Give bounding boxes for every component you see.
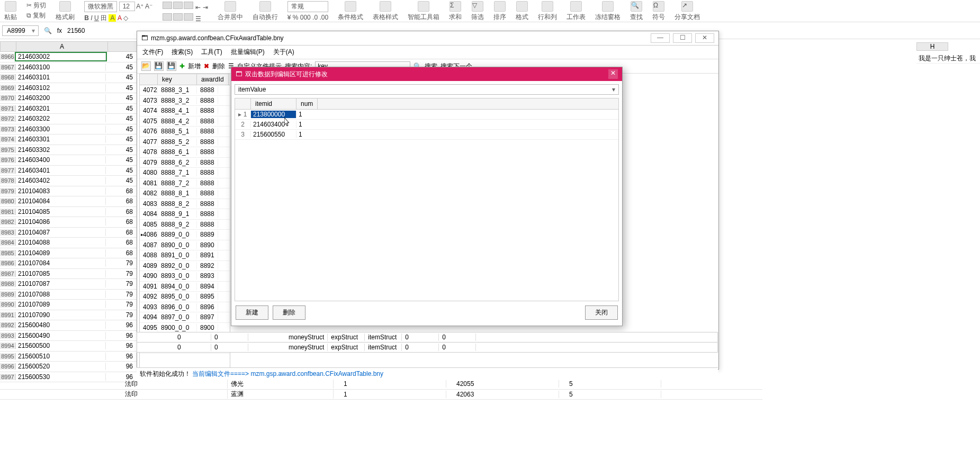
footer-sheet[interactable]: 法印佛光1420555法印蓝渊1420635 — [0, 379, 762, 400]
font-name-select[interactable]: 微软雅黑 — [84, 1, 117, 12]
sheet-row[interactable]: 897121460320145 — [0, 104, 138, 114]
cond-format[interactable]: 条件格式 — [338, 1, 363, 22]
sheet-row[interactable]: 897321460330045 — [0, 124, 138, 135]
grid-row[interactable]: 40858888_9_28888 — [140, 220, 230, 230]
font-size-select[interactable]: 12 — [119, 2, 135, 11]
col-header-a[interactable]: A — [16, 42, 108, 51]
sheet-row[interactable]: 899121010709079 — [0, 310, 138, 321]
sheet-row[interactable]: 896821460310145 — [0, 73, 138, 83]
grid-row[interactable]: 40788888_6_18888 — [140, 147, 230, 158]
foot-row[interactable]: 法印佛光1420555 — [0, 379, 762, 390]
foot-row[interactable]: 法印蓝渊1420635 — [0, 390, 762, 400]
sheet-row[interactable]: 897821460340245 — [0, 176, 138, 186]
grid-row[interactable]: 40808888_7_18888 — [140, 168, 230, 178]
grid-row[interactable]: 40828888_8_18888 — [140, 188, 230, 199]
struct-grid[interactable]: 00moneyStructexpStructitemStruct0000mone… — [137, 332, 718, 353]
formula-input[interactable]: 21560 — [67, 27, 85, 34]
grid-row[interactable]: 40778888_5_28888 — [140, 137, 230, 148]
sheet-row[interactable]: 899421560050096 — [0, 341, 138, 352]
dialog-close-button[interactable]: 关闭 — [585, 305, 618, 320]
menu-file[interactable]: 文件(F) — [142, 48, 163, 57]
dialog-close-icon[interactable]: ✕ — [608, 69, 618, 79]
sheet-row[interactable]: 898521010408968 — [0, 248, 138, 259]
grid-row[interactable]: 40748888_4_18888 — [140, 106, 230, 116]
paste-group[interactable]: 粘贴 — [4, 1, 17, 22]
struct-row[interactable]: 00moneyStructexpStructitemStruct00 — [137, 332, 718, 343]
sheet-row[interactable]: 899221560048096 — [0, 320, 138, 331]
filter-button[interactable]: ▽筛选 — [471, 1, 484, 22]
grid-row[interactable]: 40758888_4_28888 — [140, 116, 230, 127]
sheet-row[interactable]: 897721460340145 — [0, 166, 138, 176]
new-button[interactable]: 新增 — [188, 62, 201, 71]
grid-row[interactable]: 40868889_0_08889 — [140, 230, 230, 240]
sheet-row[interactable]: 899621560052096 — [0, 362, 138, 372]
format-button[interactable]: 格式 — [516, 1, 528, 22]
minimize-button[interactable]: — — [651, 33, 670, 43]
delete-button[interactable]: 删除 — [212, 62, 225, 71]
sheet-row[interactable]: 897221460320245 — [0, 114, 138, 124]
menu-tool[interactable]: 工具(T) — [201, 48, 222, 57]
item-grid[interactable]: itemidnum ▸ 1213800000122146034001321560… — [235, 98, 619, 301]
sheet-row[interactable]: 897021460320045 — [0, 93, 138, 104]
dialog-new-button[interactable]: 新建 — [236, 305, 268, 320]
sheet-button[interactable]: 工作表 — [567, 1, 586, 22]
item-row[interactable]: ▸ 12138000001 — [235, 110, 618, 120]
cut-button[interactable]: ✂ 剪切 — [26, 1, 46, 10]
close-window-button[interactable]: ✕ — [695, 33, 714, 43]
sheet-row[interactable]: 898321010408768 — [0, 228, 138, 238]
sum-button[interactable]: Σ求和 — [449, 1, 462, 22]
dialog-delete-button[interactable]: 删除 — [273, 305, 305, 320]
sheet-row[interactable]: 898621010708479 — [0, 258, 138, 269]
grid-row[interactable]: 40838888_8_28888 — [140, 199, 230, 210]
item-row[interactable]: 32156005501 — [235, 130, 618, 140]
sheet-row[interactable]: 897521460330245 — [0, 145, 138, 156]
rowcol-button[interactable]: 行和列 — [538, 1, 557, 22]
grid-row[interactable]: 40768888_5_18888 — [140, 127, 230, 137]
save-all-icon[interactable]: 💾 — [167, 61, 176, 71]
struct-row[interactable]: 00moneyStructexpStructitemStruct00 — [137, 342, 718, 353]
sheet-row[interactable]: 899021010708979 — [0, 300, 138, 310]
sheet-row[interactable]: 897921010408368 — [0, 186, 138, 197]
menu-search[interactable]: 搜索(S) — [172, 48, 193, 57]
menu-batch[interactable]: 批量编辑(P) — [231, 48, 265, 57]
sheet-row[interactable]: 898421010408868 — [0, 238, 138, 248]
item-row[interactable]: 22146034001 — [235, 120, 618, 130]
sheet-row[interactable]: 898721010708579 — [0, 269, 138, 280]
grid-row[interactable]: 40888891_0_08891 — [140, 250, 230, 261]
sheet-row[interactable]: 896921460310245 — [0, 83, 138, 94]
grid-row[interactable]: 40878890_0_08890 — [140, 240, 230, 251]
share-button[interactable]: ↗分享文档 — [675, 1, 700, 22]
grid-row[interactable]: 40928895_0_08895 — [140, 292, 230, 302]
grid-row[interactable]: 40898892_0_08892 — [140, 261, 230, 272]
itemvalue-combo[interactable]: itemValue — [235, 84, 619, 95]
grid-row[interactable]: 40938896_0_08896 — [140, 302, 230, 313]
sheet-row[interactable]: 898921010708879 — [0, 290, 138, 300]
open-icon[interactable]: 📂 — [141, 61, 151, 71]
sheet-row[interactable]: 899321560049096 — [0, 331, 138, 341]
save-icon[interactable]: 💾 — [154, 61, 164, 71]
grid-row[interactable]: 40738888_3_28888 — [140, 96, 230, 106]
format-select[interactable]: 常规 — [287, 1, 328, 12]
cell-name-box[interactable]: A8999 — [2, 25, 39, 36]
sheet-row[interactable]: 898021010408468 — [0, 196, 138, 207]
sheet-row[interactable]: 897621460340045 — [0, 155, 138, 166]
sheet-row[interactable]: 898821010708779 — [0, 279, 138, 290]
sheet-row[interactable]: 898121010408568 — [0, 207, 138, 218]
maximize-button[interactable]: ☐ — [673, 33, 692, 43]
format-painter[interactable]: 格式刷 — [56, 1, 75, 22]
grid-row[interactable]: 40848888_9_18888 — [140, 209, 230, 220]
freeze-button[interactable]: 冻结窗格 — [595, 1, 621, 22]
table-style[interactable]: 表格样式 — [373, 1, 398, 22]
smart-tools[interactable]: 智能工具箱 — [408, 1, 439, 22]
current-file-link[interactable]: 当前编辑文件====> mzm.gsp.award.confbean.CFixA… — [192, 370, 383, 377]
grid-row[interactable]: 40908893_0_08893 — [140, 271, 230, 282]
sheet-row[interactable]: 897421460330145 — [0, 134, 138, 145]
sheet-row[interactable]: 899521560051096 — [0, 352, 138, 362]
find-button[interactable]: 🔍查找 — [630, 1, 643, 22]
spreadsheet[interactable]: A 89662146030024589672146031004589682146… — [0, 41, 138, 422]
sort-button[interactable]: 排序 — [493, 1, 506, 22]
sheet-row[interactable]: 898221010408668 — [0, 217, 138, 228]
col-header-h[interactable]: H — [916, 42, 948, 51]
grid-row[interactable]: 40798888_6_28888 — [140, 158, 230, 168]
key-grid[interactable]: keyawardId 40728888_3_1888840738888_3_28… — [139, 74, 230, 370]
